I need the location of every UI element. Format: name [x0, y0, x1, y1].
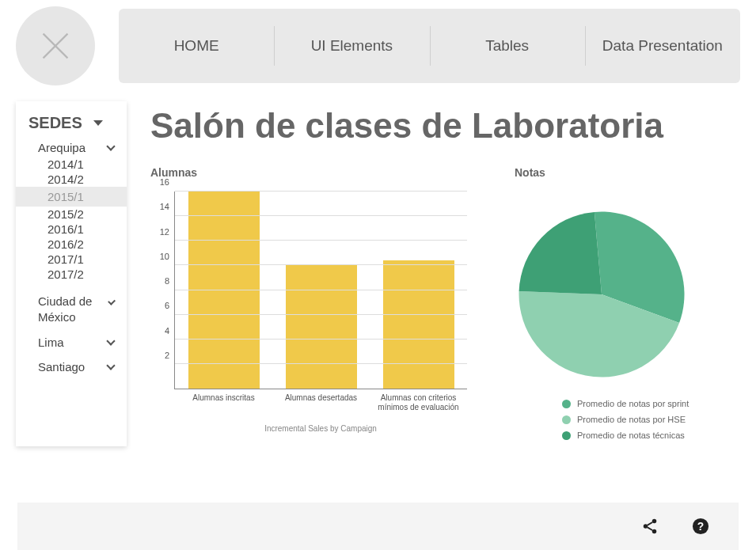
y-tick: 16 [160, 177, 169, 187]
legend-item: Promedio de notas por sprint [515, 399, 720, 408]
legend-swatch [562, 431, 571, 440]
help-button[interactable]: ? [691, 517, 710, 536]
help-icon: ? [692, 518, 709, 535]
grid-line [175, 191, 467, 192]
chevron-down-icon [106, 336, 115, 345]
sidebar-city-label: Ciudad de México [38, 294, 109, 324]
sidebar-city-lima[interactable]: Lima [16, 333, 127, 351]
y-tick: 4 [165, 326, 169, 336]
sidebar-header-label: SEDES [28, 114, 82, 132]
sidebar: SEDES Arequipa 2014/1 2014/2 2015/1 2015… [16, 101, 127, 446]
main-content: Salón de clases de Laboratoria Alumnas 2… [150, 101, 740, 446]
period-item[interactable]: 2017/1 [16, 252, 127, 267]
logo [16, 6, 95, 85]
nav-tables[interactable]: Tables [430, 29, 585, 63]
period-item[interactable]: 2016/1 [16, 222, 127, 237]
legend-swatch [562, 400, 571, 408]
grid-line [175, 240, 467, 241]
period-item[interactable]: 2017/2 [16, 267, 127, 282]
share-button[interactable] [640, 517, 659, 536]
period-item[interactable]: 2014/1 [16, 157, 127, 172]
legend-item: Promedio de notas por HSE [515, 415, 720, 424]
sidebar-city-label: Santiago [38, 360, 85, 374]
top-bar: HOME UI Elements Tables Data Presentatio… [0, 0, 756, 85]
footer-bar: ? [17, 503, 739, 550]
caret-down-icon [93, 120, 103, 126]
pie-legend: Promedio de notas por sprintPromedio de … [515, 399, 720, 440]
page-title: Salón de clases de Laboratoria [150, 106, 740, 146]
y-tick: 14 [160, 202, 169, 211]
period-item-selected[interactable]: 2015/1 [16, 187, 127, 207]
legend-label: Promedio de notas por HSE [577, 415, 686, 424]
close-x-icon [38, 28, 73, 63]
sidebar-header-sedes[interactable]: SEDES [16, 111, 127, 138]
sidebar-city-cdmx[interactable]: Ciudad de México [16, 291, 127, 327]
nav-ui-elements[interactable]: UI Elements [274, 29, 429, 63]
chevron-down-icon [106, 361, 115, 370]
y-tick: 6 [165, 301, 169, 310]
bar [188, 192, 260, 389]
sidebar-city-label: Arequipa [38, 141, 85, 154]
bar-plot-area: Alumnas inscritasAlumnas desertadasAlumn… [174, 192, 467, 389]
y-tick: 2 [165, 351, 169, 360]
legend-label: Promedio de notas por sprint [577, 399, 689, 408]
bar-chart-container: Alumnas 246810121416 Alumnas inscritasAl… [150, 166, 467, 446]
bar-chart: 246810121416 Alumnas inscritasAlumnas de… [150, 192, 467, 389]
period-item[interactable]: 2014/2 [16, 172, 127, 187]
x-label: Alumnas desertadas [274, 393, 369, 412]
pie-chart-container: Notas Promedio de notas por sprintPromed… [515, 166, 720, 446]
bar [286, 265, 357, 389]
sidebar-city-arequipa[interactable]: Arequipa [16, 138, 127, 157]
bar-chart-subtitle: Incremental Sales by Campaign [150, 424, 467, 433]
grid-line [175, 363, 467, 364]
chevron-down-icon [106, 142, 115, 150]
y-tick: 10 [160, 252, 169, 261]
period-item[interactable]: 2015/2 [16, 207, 127, 222]
y-tick: 8 [165, 276, 169, 286]
bar [383, 260, 454, 389]
grid-line [175, 215, 467, 216]
navbar: HOME UI Elements Tables Data Presentatio… [119, 9, 740, 83]
y-tick: 12 [160, 227, 169, 237]
legend-item: Promedio de notas técnicas [515, 431, 720, 440]
period-list: 2014/1 2014/2 2015/1 2015/2 2016/1 2016/… [16, 157, 127, 282]
grid-line [175, 264, 467, 265]
grid-line [175, 339, 467, 339]
pie-slice [519, 212, 602, 294]
legend-swatch [562, 415, 571, 424]
sidebar-city-santiago[interactable]: Santiago [16, 358, 127, 376]
sidebar-city-label: Lima [38, 336, 64, 349]
x-label: Alumnas con criterios mínimos de evaluac… [371, 393, 466, 412]
grid-line [175, 314, 467, 315]
grid-line [175, 290, 467, 290]
svg-point-3 [644, 524, 648, 529]
nav-data-presentation[interactable]: Data Presentation [585, 29, 740, 63]
nav-home[interactable]: HOME [119, 29, 274, 63]
svg-point-2 [652, 519, 657, 524]
share-icon [641, 518, 659, 535]
bar-chart-title: Alumnas [150, 166, 467, 179]
x-label: Alumnas inscritas [177, 393, 272, 412]
legend-label: Promedio de notas técnicas [577, 431, 685, 440]
pie-chart [515, 207, 689, 381]
svg-point-4 [652, 529, 657, 534]
svg-text:?: ? [697, 521, 704, 533]
bar-y-axis: 246810121416 [150, 192, 174, 389]
period-item[interactable]: 2016/2 [16, 237, 127, 252]
pie-chart-title: Notas [515, 166, 720, 179]
